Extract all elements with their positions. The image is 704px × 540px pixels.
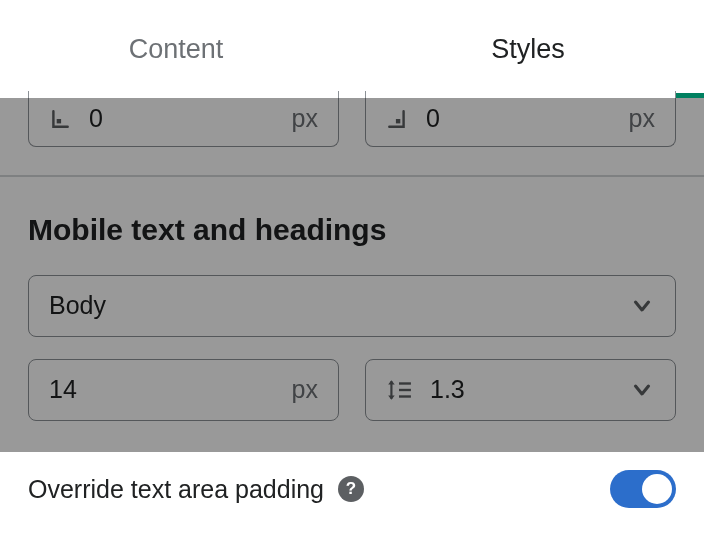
padding-bottom-right-icon [386,108,408,130]
padding-bottom-left-field[interactable]: 0 px [28,91,339,147]
padding-bottom-right-value: 0 [426,104,629,133]
tab-styles-label: Styles [491,34,565,65]
text-style-select[interactable]: Body [28,275,676,337]
font-size-unit: px [292,375,318,404]
override-padding-toggle[interactable] [610,470,676,508]
padding-bottom-row: 0 px 0 px [28,91,676,147]
padding-bottom-left-value: 0 [89,104,292,133]
tabs: Content Styles [0,0,704,98]
tab-content-label: Content [129,34,224,65]
line-height-select[interactable]: 1.3 [365,359,676,421]
padding-bottom-right-field[interactable]: 0 px [365,91,676,147]
font-metrics-row: 14 px 1.3 [28,359,676,421]
toggle-knob [642,474,672,504]
line-height-icon [386,378,412,402]
override-padding-row: Override text area padding ? [28,470,676,508]
text-style-select-row: Body [28,275,676,337]
help-icon[interactable]: ? [338,476,364,502]
padding-bottom-left-unit: px [292,104,318,133]
text-style-select-label: Body [49,291,629,320]
section-title: Mobile text and headings [28,213,676,247]
svg-rect-1 [396,119,400,123]
padding-bottom-left-icon [49,108,71,130]
tab-content[interactable]: Content [0,0,352,98]
override-padding-label: Override text area padding [28,475,324,504]
padding-bottom-right-unit: px [629,104,655,133]
font-size-value: 14 [49,375,292,404]
chevron-down-icon [629,377,655,403]
line-height-value: 1.3 [430,375,629,404]
section-divider [0,175,704,177]
font-size-field[interactable]: 14 px [28,359,339,421]
chevron-down-icon [629,293,655,319]
svg-rect-0 [57,119,61,123]
tab-styles[interactable]: Styles [352,0,704,98]
